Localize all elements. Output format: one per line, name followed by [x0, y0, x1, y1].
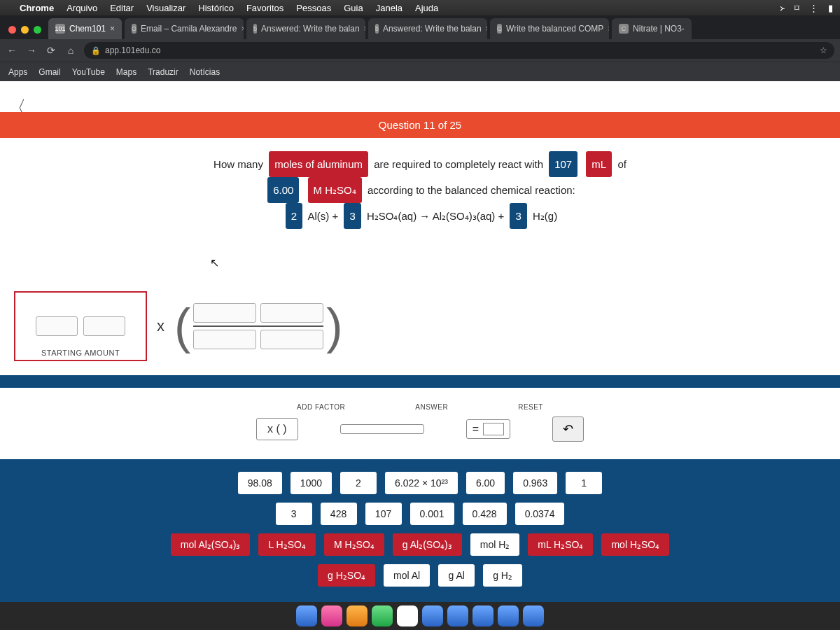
browser-tab[interactable]: b Answered: Write the balan ×: [368, 18, 487, 39]
browser-tab[interactable]: O Email – Camila Alexandre ×: [125, 18, 244, 39]
menu-item[interactable]: Pessoas: [296, 3, 331, 13]
question-fragment: are required to completely react with: [374, 158, 543, 170]
dock-app-icon[interactable]: [422, 606, 443, 626]
menu-item[interactable]: Ajuda: [415, 3, 438, 13]
number-chip[interactable]: 1000: [290, 472, 332, 494]
number-chip[interactable]: 2: [340, 472, 377, 494]
question-fragment: of: [617, 158, 626, 170]
unit-chip[interactable]: mL H₂SO₄: [528, 533, 593, 556]
window-zoom-icon[interactable]: [34, 26, 41, 34]
dock-app-icon[interactable]: [523, 606, 544, 626]
number-chip[interactable]: mol Al: [384, 564, 430, 587]
unit-chip[interactable]: g H₂SO₄: [318, 564, 375, 587]
number-chip[interactable]: 6.00: [466, 472, 505, 494]
times-icon: x: [157, 317, 164, 335]
unit-chip[interactable]: mol Al₂(SO₄)₃: [171, 533, 251, 556]
coef-pill: 2: [286, 203, 302, 229]
bookmark-noticias[interactable]: Notícias: [190, 67, 220, 77]
close-icon[interactable]: ×: [608, 24, 609, 34]
number-chip[interactable]: 428: [321, 503, 357, 525]
star-icon[interactable]: ☆: [820, 46, 827, 55]
back-icon[interactable]: ←: [6, 45, 18, 56]
number-chip[interactable]: g H₂: [483, 564, 522, 587]
menu-item[interactable]: Favoritos: [246, 3, 284, 13]
browser-tab[interactable]: 101 Chem101 ×: [48, 18, 122, 39]
close-icon[interactable]: ×: [110, 24, 115, 34]
menu-item[interactable]: Editar: [110, 3, 134, 13]
denominator-value-slot[interactable]: [193, 330, 256, 349]
app-name[interactable]: Chrome: [20, 3, 54, 13]
bookmarks-bar: Apps Gmail YouTube Maps Traduzir Notícia…: [0, 62, 840, 81]
window-minimize-icon[interactable]: [21, 26, 29, 34]
tab-title: Write the balanced COMP: [506, 24, 603, 34]
bookmark-traduzir[interactable]: Traduzir: [148, 67, 178, 77]
coef-pill: 3: [510, 203, 526, 229]
unit-chip[interactable]: L H₂SO₄: [258, 533, 316, 556]
answer-slot[interactable]: [483, 423, 504, 435]
forward-icon[interactable]: →: [25, 45, 38, 56]
number-chip[interactable]: mol H₂: [470, 533, 520, 556]
number-chip[interactable]: 0.963: [513, 472, 557, 494]
number-chip[interactable]: 107: [365, 503, 402, 525]
close-icon[interactable]: ×: [486, 24, 487, 34]
url-input[interactable]: 🔒 app.101edu.co ☆: [84, 42, 834, 59]
dock-app-icon[interactable]: [397, 606, 418, 626]
number-chip[interactable]: 6.022 × 10²³: [385, 472, 458, 494]
dock-app-icon[interactable]: [472, 606, 493, 626]
screen-icon[interactable]: ⌑: [794, 3, 799, 13]
add-factor-button[interactable]: x ( ): [256, 418, 298, 440]
menu-item[interactable]: Arquivo: [66, 3, 97, 13]
denominator-unit-slot[interactable]: [260, 330, 323, 349]
window-close-icon[interactable]: [8, 26, 16, 34]
reload-icon[interactable]: ⟳: [45, 45, 57, 56]
dock-app-icon[interactable]: [372, 606, 393, 626]
number-chip[interactable]: 1: [566, 472, 602, 494]
unit-chip[interactable]: mol H₂SO₄: [601, 533, 669, 556]
bookmark-youtube[interactable]: YouTube: [72, 67, 105, 77]
starting-amount-box[interactable]: STARTING AMOUNT: [14, 291, 147, 361]
paren-icon: ): [326, 298, 342, 354]
browser-tab[interactable]: G Write the balanced COMP ×: [490, 18, 609, 39]
answer-label: ANSWER: [415, 403, 448, 411]
number-chip[interactable]: 0.001: [410, 503, 454, 525]
menu-item[interactable]: Guia: [344, 3, 363, 13]
divider-band: [0, 375, 840, 388]
number-chip[interactable]: g Al: [438, 564, 475, 587]
browser-tab[interactable]: b Answered: Write the balan ×: [246, 18, 365, 39]
favicon-icon: 101: [55, 24, 65, 34]
starting-amount-label: STARTING AMOUNT: [41, 349, 120, 357]
bluetooth-icon[interactable]: ᚛: [780, 3, 785, 13]
number-chip[interactable]: 0.0374: [515, 503, 565, 525]
number-chip[interactable]: 3: [276, 503, 312, 525]
wifi-icon[interactable]: ⋮: [809, 3, 818, 13]
close-icon[interactable]: ×: [241, 24, 244, 34]
menu-item[interactable]: Histórico: [198, 3, 234, 13]
tab-title: Email – Camila Alexandre: [141, 24, 237, 34]
numerator-value-slot[interactable]: [193, 303, 256, 323]
unit-chip[interactable]: g Al₂(SO₄)₃: [393, 533, 462, 556]
answer-box[interactable]: =: [466, 419, 510, 439]
menu-item[interactable]: Janela: [376, 3, 402, 13]
favicon-icon: C: [619, 24, 629, 34]
close-icon[interactable]: ×: [364, 24, 365, 34]
reset-button[interactable]: ↶: [552, 416, 584, 442]
bookmark-maps[interactable]: Maps: [116, 67, 136, 77]
dock-app-icon[interactable]: [447, 606, 468, 626]
menu-item[interactable]: Visualizar: [146, 3, 186, 13]
unit-slot[interactable]: [83, 316, 125, 336]
unit-chip[interactable]: M H₂SO₄: [324, 533, 384, 556]
bookmark-gmail[interactable]: Gmail: [38, 67, 60, 77]
number-chip[interactable]: 98.08: [238, 472, 282, 494]
dock-app-icon[interactable]: [321, 606, 342, 626]
battery-icon[interactable]: ▮: [828, 3, 833, 13]
value-slot[interactable]: [36, 316, 78, 336]
home-icon[interactable]: ⌂: [64, 45, 77, 56]
number-chip[interactable]: 0.428: [463, 503, 507, 525]
dock-app-icon[interactable]: [296, 606, 317, 626]
numerator-unit-slot[interactable]: [260, 303, 323, 323]
dock-app-icon[interactable]: [498, 606, 519, 626]
browser-tab[interactable]: C Nitrate | NO3-: [612, 18, 692, 39]
bookmark-apps[interactable]: Apps: [8, 67, 27, 77]
factor-box[interactable]: ( ): [174, 298, 343, 354]
dock-app-icon[interactable]: [346, 606, 368, 626]
